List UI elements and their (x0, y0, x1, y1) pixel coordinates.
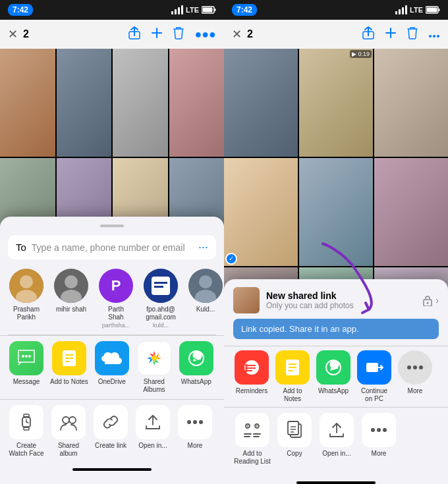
share-icon[interactable] (128, 26, 140, 43)
photo-cell[interactable] (374, 49, 448, 157)
svg-point-48 (427, 302, 429, 304)
action-label: More (372, 450, 387, 458)
open-in-icon (136, 405, 170, 439)
more-dots-icon (178, 405, 212, 439)
right-panel: ▶ 0:19 ✓ ✓ 7:42 (224, 0, 448, 484)
photo-cell[interactable]: ✓ (224, 158, 298, 266)
photo-cell[interactable] (169, 49, 225, 157)
link-icon (94, 405, 128, 439)
svg-point-19 (22, 355, 24, 358)
right-status-right: LTE (395, 5, 440, 14)
photo-cell[interactable] (374, 158, 448, 266)
app-item-notes[interactable]: Add to Notes (50, 341, 88, 394)
svg-rect-70 (288, 421, 298, 435)
app-item-whatsapp-right[interactable]: WhatsApp (315, 350, 352, 403)
action-item-create-link[interactable]: Create link (92, 405, 129, 458)
shared-album-icon (51, 405, 86, 439)
close-button[interactable]: ✕ (8, 27, 18, 41)
svg-point-37 (199, 420, 203, 424)
action-label: Add toReading List (234, 450, 271, 466)
selection-count: 2 (247, 28, 253, 40)
svg-point-64 (419, 365, 423, 369)
shared-info: New shared link Only you can add photos (266, 290, 416, 310)
app-label: Reminders (236, 387, 267, 395)
app-item-shared-albums[interactable]: SharedAlbums (136, 341, 173, 394)
contact-item[interactable]: mihir shah (53, 269, 90, 329)
contact-item[interactable]: PrashamParikh (8, 269, 45, 329)
share-icon[interactable] (362, 26, 374, 43)
banner-text: Link copied. Share it in an app. (241, 324, 359, 334)
contact-name: ParthShahparthsha... (102, 306, 130, 329)
delete-icon[interactable] (407, 26, 418, 43)
add-icon[interactable] (385, 27, 397, 42)
app-item-more-right[interactable]: More (397, 350, 434, 403)
add-icon[interactable] (151, 27, 163, 42)
to-row[interactable]: To Type a name, phone number or email ··… (8, 235, 216, 259)
sheet-handle (100, 225, 124, 227)
photo-cell[interactable] (57, 49, 112, 157)
notes-icon (52, 341, 86, 375)
more-dots-icon (398, 350, 432, 385)
svg-point-7 (20, 275, 33, 288)
left-status-right: LTE (171, 5, 216, 14)
contact-item[interactable]: Kuld... (187, 269, 224, 329)
action-item-more[interactable]: More (177, 405, 213, 458)
left-panel: Xender Web 7:42 LTE (0, 0, 224, 484)
action-label: Open in... (138, 442, 167, 450)
action-label: More (188, 442, 203, 450)
app-label: Add to Notes (50, 378, 88, 386)
contact-item[interactable]: P ParthShahparthsha... (98, 269, 134, 329)
svg-rect-2 (215, 9, 216, 11)
svg-point-34 (69, 417, 76, 423)
svg-line-32 (26, 422, 28, 423)
app-label: SharedAlbums (143, 378, 165, 394)
photo-cell[interactable] (299, 158, 373, 266)
contact-name: PrashamParikh (13, 306, 40, 321)
action-item-open-in-right[interactable]: Open in... (318, 413, 356, 466)
messages-icon (9, 341, 43, 375)
app-item-reminders[interactable]: Reminders (233, 350, 270, 403)
delete-icon[interactable] (173, 26, 184, 43)
lock-icon[interactable]: › (422, 294, 439, 306)
action-item-open-in[interactable]: Open in... (134, 405, 171, 458)
app-item-message[interactable]: Message (8, 341, 45, 394)
svg-point-76 (383, 428, 387, 432)
action-item-watch[interactable]: CreateWatch Face (8, 405, 45, 458)
home-indicator (72, 468, 152, 471)
right-nav-right (362, 26, 440, 43)
photo-cell[interactable] (113, 49, 168, 157)
photo-cell[interactable]: ▶ 0:19 (299, 49, 373, 157)
app-item-continue-pc[interactable]: Continueon PC (356, 350, 393, 403)
action-label: Open in... (322, 450, 350, 458)
action-item-copy[interactable]: Copy (275, 413, 314, 466)
action-item-shared-album[interactable]: Sharedalbum (50, 405, 87, 458)
svg-rect-15 (154, 286, 163, 288)
to-label: To (16, 242, 26, 253)
contact-name: Kuld... (196, 306, 215, 313)
left-time: 7:42 (8, 4, 33, 16)
whatsapp-icon (179, 341, 213, 375)
svg-point-10 (65, 275, 78, 288)
svg-point-35 (187, 420, 191, 424)
watch-icon (9, 405, 43, 439)
app-item-onedrive[interactable]: OneDrive (94, 341, 130, 394)
photo-cell[interactable] (224, 49, 298, 157)
to-more-button[interactable]: ··· (198, 240, 208, 254)
svg-point-33 (63, 417, 69, 423)
app-item-notes-right[interactable]: Add toNotes (274, 350, 311, 403)
action-item-reading-list[interactable]: Add toReading List (233, 413, 271, 466)
app-label: OneDrive (98, 378, 126, 386)
svg-point-74 (371, 428, 375, 432)
close-button[interactable]: ✕ (232, 27, 242, 41)
more-icon[interactable] (428, 28, 440, 41)
to-input[interactable]: Type a name, phone number or email (32, 242, 198, 253)
more-icon[interactable]: ●●● (194, 28, 216, 41)
app-item-whatsapp[interactable]: WhatsApp (178, 341, 215, 394)
whatsapp-icon (316, 350, 350, 385)
contact-item[interactable]: fpo.ahd@gmail.comkuld... (142, 269, 179, 329)
action-item-more-actions[interactable]: More (360, 413, 398, 466)
photo-cell[interactable] (0, 49, 55, 157)
more-dots-icon (362, 413, 396, 447)
svg-point-62 (407, 365, 411, 369)
svg-point-17 (199, 275, 212, 288)
